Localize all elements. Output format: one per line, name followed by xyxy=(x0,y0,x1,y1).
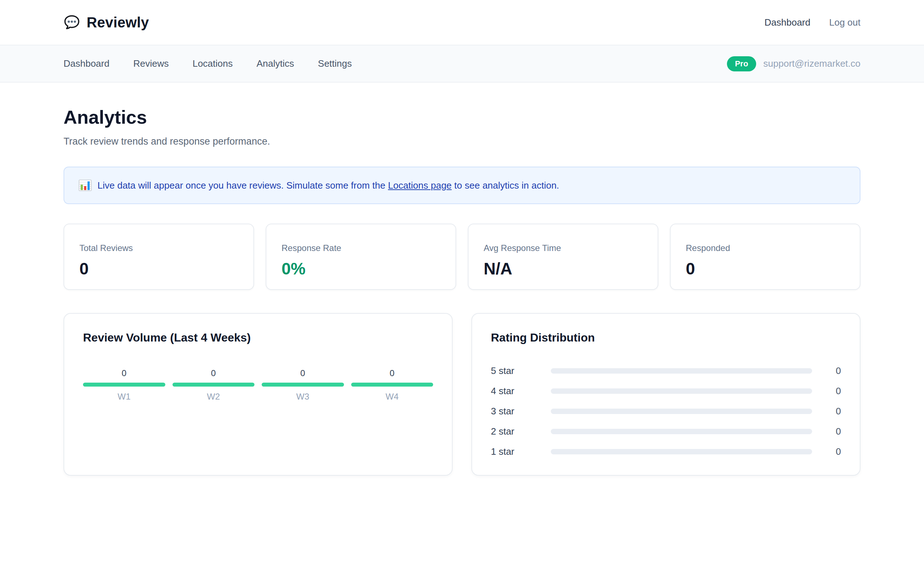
bar xyxy=(351,383,433,387)
review-volume-title: Review Volume (Last 4 Weeks) xyxy=(83,331,433,344)
rating-count: 0 xyxy=(812,406,841,417)
bar-value: 0 xyxy=(173,368,255,378)
stats-grid: Total Reviews 0 Response Rate 0% Avg Res… xyxy=(63,224,861,290)
nav-item-analytics[interactable]: Analytics xyxy=(257,58,294,69)
nav-user-area: Pro support@rizemarket.co xyxy=(727,56,861,71)
rating-row-1-star: 1 star 0 xyxy=(491,445,841,458)
nav-item-dashboard[interactable]: Dashboard xyxy=(63,58,109,69)
rating-bar-track xyxy=(551,368,812,374)
rating-bar-track xyxy=(551,449,812,455)
nav-items: Dashboard Reviews Locations Analytics Se… xyxy=(63,58,352,69)
header-link-dashboard[interactable]: Dashboard xyxy=(764,17,810,28)
info-banner: Live data will appear once you have revi… xyxy=(63,167,861,204)
rating-bar-track xyxy=(551,409,812,414)
user-email: support@rizemarket.co xyxy=(763,58,861,69)
rating-count: 0 xyxy=(812,365,841,377)
stat-card-response-rate: Response Rate 0% xyxy=(266,224,456,290)
nav-item-reviews[interactable]: Reviews xyxy=(133,58,168,69)
locations-page-link[interactable]: Locations page xyxy=(388,180,452,191)
volume-bar-w2: 0 W2 xyxy=(173,368,255,402)
rating-count: 0 xyxy=(812,446,841,457)
bar-value: 0 xyxy=(83,368,165,378)
rating-row-4-star: 4 star 0 xyxy=(491,385,841,397)
page-head: Analytics Track review trends and respon… xyxy=(63,106,861,147)
stat-card-total-reviews: Total Reviews 0 xyxy=(63,224,254,290)
volume-bar-w1: 0 W1 xyxy=(83,368,165,402)
rating-row-2-star: 2 star 0 xyxy=(491,425,841,437)
rating-label: 3 star xyxy=(491,406,536,417)
nav-item-settings[interactable]: Settings xyxy=(318,58,352,69)
panels-grid: Review Volume (Last 4 Weeks) 0 W1 0 W2 0… xyxy=(63,313,861,475)
bar-category: W2 xyxy=(173,392,255,402)
top-header: Reviewly Dashboard Log out xyxy=(0,0,924,45)
rating-distribution-panel: Rating Distribution 5 star 0 4 star 0 3 … xyxy=(472,313,861,475)
stat-label: Response Rate xyxy=(281,243,440,253)
stat-value: 0 xyxy=(686,259,845,279)
rating-label: 2 star xyxy=(491,426,536,437)
review-volume-chart: 0 W1 0 W2 0 W3 0 W4 xyxy=(83,368,433,402)
bar xyxy=(262,383,344,387)
volume-bar-w4: 0 W4 xyxy=(351,368,433,402)
bar xyxy=(83,383,165,387)
bar-category: W1 xyxy=(83,392,165,402)
banner-text-before: Live data will appear once you have revi… xyxy=(97,180,388,191)
speech-bubble-logo-icon xyxy=(63,14,80,31)
brand-name: Reviewly xyxy=(87,15,149,31)
brand: Reviewly xyxy=(63,14,149,31)
volume-bar-w3: 0 W3 xyxy=(262,368,344,402)
rating-label: 5 star xyxy=(491,365,536,377)
stat-label: Responded xyxy=(686,243,845,253)
rating-label: 4 star xyxy=(491,385,536,397)
review-volume-panel: Review Volume (Last 4 Weeks) 0 W1 0 W2 0… xyxy=(63,313,452,475)
rating-label: 1 star xyxy=(491,446,536,457)
main-nav: Dashboard Reviews Locations Analytics Se… xyxy=(0,45,924,82)
plan-badge: Pro xyxy=(727,56,756,71)
bar xyxy=(173,383,255,387)
banner-text-after: to see analytics in action. xyxy=(454,180,559,191)
page-title: Analytics xyxy=(63,106,861,128)
nav-item-locations[interactable]: Locations xyxy=(192,58,233,69)
stat-label: Avg Response Time xyxy=(484,243,643,253)
bar-value: 0 xyxy=(262,368,344,378)
bar-category: W4 xyxy=(351,392,433,402)
rating-bar-track xyxy=(551,388,812,394)
bar-chart-emoji-icon xyxy=(79,179,92,192)
bar-value: 0 xyxy=(351,368,433,378)
bar-category: W3 xyxy=(262,392,344,402)
page-subtitle: Track review trends and response perform… xyxy=(63,136,861,147)
rating-count: 0 xyxy=(812,385,841,397)
rating-bar-track xyxy=(551,429,812,434)
stat-value: 0 xyxy=(79,259,238,279)
rating-distribution-title: Rating Distribution xyxy=(491,331,841,344)
stat-label: Total Reviews xyxy=(79,243,238,253)
header-link-logout[interactable]: Log out xyxy=(829,17,861,28)
stat-card-responded: Responded 0 xyxy=(670,224,861,290)
stat-value: N/A xyxy=(484,259,643,279)
stat-value: 0% xyxy=(281,259,440,279)
stat-card-avg-response-time: Avg Response Time N/A xyxy=(468,224,658,290)
rating-row-5-star: 5 star 0 xyxy=(491,364,841,377)
rating-count: 0 xyxy=(812,426,841,437)
banner-text: Live data will appear once you have revi… xyxy=(97,180,559,191)
header-links: Dashboard Log out xyxy=(764,17,861,28)
rating-rows: 5 star 0 4 star 0 3 star 0 2 star xyxy=(491,364,841,458)
rating-row-3-star: 3 star 0 xyxy=(491,405,841,417)
